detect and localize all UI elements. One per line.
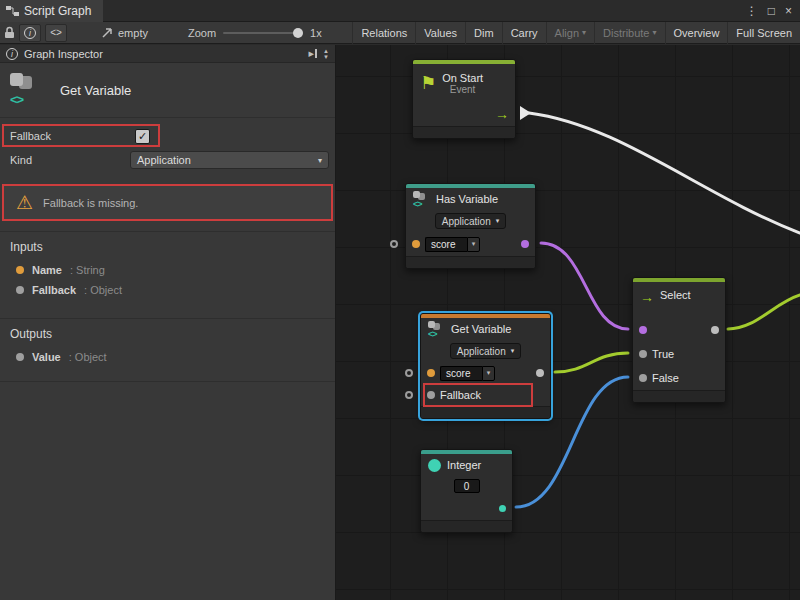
outputs-header: Outputs: [0, 323, 335, 347]
values-button[interactable]: Values: [415, 22, 465, 44]
overview-button[interactable]: Overview: [665, 22, 728, 44]
port-int-output[interactable]: [499, 505, 506, 512]
variable-name-dropdown[interactable]: score ▾: [425, 237, 480, 252]
script-graph-window: Script Graph ⋮ □ × i <> empty: [0, 0, 800, 600]
chevron-down-icon: ▾: [511, 347, 515, 355]
integer-value-field[interactable]: 0: [454, 479, 480, 493]
warning-icon: ⚠: [16, 193, 33, 212]
port-fallback-input[interactable]: [427, 391, 435, 399]
fallback-checkbox[interactable]: ✓: [135, 129, 150, 144]
input-row-name: Name : String: [0, 260, 335, 280]
tab-script-graph[interactable]: Script Graph: [0, 0, 103, 22]
port-false-input[interactable]: [639, 374, 647, 382]
port-true-input[interactable]: [639, 350, 647, 358]
align-button[interactable]: Align▾: [546, 22, 594, 44]
graph-icon: [6, 5, 19, 17]
outputs-section: Outputs Value : Object: [0, 318, 335, 382]
carry-button[interactable]: Carry: [502, 22, 546, 44]
inspector-toggle-button[interactable]: i: [19, 24, 41, 42]
node-get-variable[interactable]: <> Get Variable Application ▾ score ▾: [420, 313, 551, 419]
relations-button[interactable]: Relations: [352, 22, 415, 44]
distribute-button[interactable]: Distribute▾: [594, 22, 664, 44]
zoom-slider[interactable]: [223, 32, 303, 34]
code-view-button[interactable]: <>: [45, 24, 67, 42]
port-bool-output[interactable]: [521, 240, 529, 248]
true-port-label: True: [652, 348, 674, 360]
lock-icon[interactable]: [4, 26, 15, 39]
chevron-down-icon: ▾: [482, 366, 495, 381]
kebab-menu-icon[interactable]: ⋮: [746, 4, 758, 18]
port-value-output[interactable]: [536, 369, 544, 377]
graph-breadcrumb[interactable]: empty: [101, 27, 148, 39]
chevron-down-icon: ▾: [653, 28, 657, 37]
kind-dropdown[interactable]: Application ▾: [450, 343, 521, 359]
node-has-variable[interactable]: <> Has Variable Application ▾ score ▾: [405, 183, 536, 269]
control-output-port[interactable]: [520, 106, 531, 120]
close-icon[interactable]: ×: [785, 4, 792, 18]
port-selection-output[interactable]: [711, 326, 719, 334]
port-name-input[interactable]: [427, 369, 435, 377]
port-dot-object: [16, 353, 24, 361]
tab-label: Script Graph: [24, 4, 91, 18]
chevron-down-icon: ▾: [496, 217, 500, 225]
node-select[interactable]: → Select True False: [632, 277, 726, 403]
maximize-icon[interactable]: □: [768, 4, 775, 18]
chevron-down-icon: ▾: [318, 156, 322, 165]
wires-layer: [336, 45, 800, 600]
false-port-label: False: [652, 372, 679, 384]
variable-icon: <>: [413, 191, 430, 207]
warning-message-box: ⚠ Fallback is missing.: [2, 184, 333, 221]
wire-control-on-start: [529, 113, 800, 233]
unit-title: Get Variable: [60, 83, 131, 98]
graph-canvas[interactable]: ⚑ On Start Event → <>: [336, 45, 800, 600]
info-icon: i: [24, 27, 36, 39]
zoom-label: Zoom: [188, 27, 216, 39]
code-icon: <>: [50, 27, 62, 38]
node-title: Integer: [447, 459, 481, 471]
fallback-property-row: Fallback ✓: [0, 124, 335, 148]
fallback-port-label: Fallback: [440, 389, 481, 401]
variable-name-dropdown[interactable]: score ▾: [440, 366, 495, 381]
kind-dropdown[interactable]: Application ▾: [130, 151, 329, 169]
fallback-label: Fallback: [10, 130, 51, 142]
inputs-section: Inputs Name : String Fallback : Object: [0, 231, 335, 308]
inputs-header: Inputs: [0, 236, 335, 260]
node-integer[interactable]: Integer 0: [420, 449, 513, 533]
wire-get-variable-to-select-true: [555, 353, 628, 372]
dock-icon[interactable]: ▸: [309, 47, 318, 60]
port-dot-string: [16, 266, 24, 274]
titlebar: Script Graph ⋮ □ ×: [0, 0, 800, 22]
selected-unit-header: <> Get Variable: [0, 63, 335, 118]
kind-dropdown[interactable]: Application ▾: [435, 213, 506, 229]
unconnected-port[interactable]: [405, 369, 413, 377]
variable-icon: <>: [428, 321, 445, 337]
node-title: Get Variable: [451, 323, 511, 335]
scroll-down-icon[interactable]: ▼: [323, 54, 329, 60]
control-output-icon[interactable]: →: [495, 106, 509, 122]
node-on-start[interactable]: ⚑ On Start Event →: [412, 59, 516, 139]
variable-icon: <>: [10, 73, 48, 107]
output-row-value: Value : Object: [0, 347, 335, 367]
dim-button[interactable]: Dim: [465, 22, 502, 44]
wire-has-variable-to-select: [541, 243, 628, 329]
zoom-slider-knob[interactable]: [293, 28, 303, 38]
unconnected-port[interactable]: [390, 240, 398, 248]
flag-icon: ⚑: [420, 74, 436, 92]
wire-select-output: [728, 295, 800, 329]
node-subtitle: Event: [442, 84, 483, 95]
zoom-value: 1x: [310, 27, 322, 39]
unconnected-port[interactable]: [405, 391, 413, 399]
checkmark-icon: ✓: [138, 130, 147, 143]
full-screen-button[interactable]: Full Screen: [727, 22, 800, 44]
node-title: Select: [660, 289, 691, 301]
select-icon: →: [640, 289, 654, 305]
warning-text: Fallback is missing.: [43, 197, 138, 209]
input-row-fallback: Fallback : Object: [0, 280, 335, 300]
port-condition-input[interactable]: [639, 326, 647, 334]
toolbar: i <> empty Zoom 1x Relations Values Dim …: [0, 22, 800, 44]
node-title: Has Variable: [436, 193, 498, 205]
kind-property-row: Kind Application ▾: [0, 148, 335, 172]
port-name-input[interactable]: [412, 240, 420, 248]
graph-inspector-header: i Graph Inspector ▸ ▲ ▼: [0, 45, 335, 63]
info-icon: i: [6, 48, 18, 60]
